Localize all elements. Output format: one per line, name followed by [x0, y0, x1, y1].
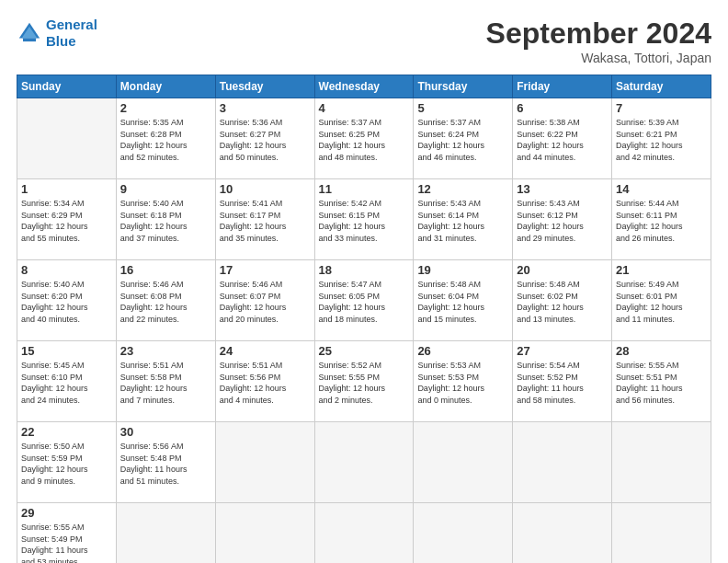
- col-friday: Friday: [513, 75, 612, 98]
- col-saturday: Saturday: [612, 75, 711, 98]
- empty-cell: [513, 422, 612, 503]
- logo-icon: [17, 20, 42, 46]
- empty-cell: [215, 422, 314, 503]
- header: General Blue September 2024 Wakasa, Tott…: [17, 17, 711, 65]
- calendar-row: 8Sunrise: 5:40 AMSunset: 6:20 PMDaylight…: [17, 260, 711, 341]
- table-row: 21Sunrise: 5:49 AMSunset: 6:01 PMDayligh…: [612, 260, 711, 341]
- table-row: 28Sunrise: 5:55 AMSunset: 5:51 PMDayligh…: [612, 341, 711, 422]
- table-row: 15Sunrise: 5:45 AMSunset: 6:10 PMDayligh…: [17, 341, 117, 422]
- table-row: 24Sunrise: 5:51 AMSunset: 5:56 PMDayligh…: [215, 341, 314, 422]
- table-row: 7Sunrise: 5:39 AMSunset: 6:21 PMDaylight…: [612, 98, 711, 179]
- table-row: 29Sunrise: 5:55 AMSunset: 5:49 PMDayligh…: [17, 503, 117, 564]
- table-row: 22Sunrise: 5:50 AMSunset: 5:59 PMDayligh…: [17, 422, 117, 503]
- logo-blue: Blue: [46, 33, 76, 49]
- svg-rect-2: [23, 39, 36, 42]
- title-block: September 2024 Wakasa, Tottori, Japan: [486, 17, 711, 65]
- empty-cell: [612, 422, 711, 503]
- table-row: 20Sunrise: 5:48 AMSunset: 6:02 PMDayligh…: [513, 260, 612, 341]
- calendar-row: 1Sunrise: 5:34 AMSunset: 6:29 PMDaylight…: [17, 179, 711, 260]
- table-row: 17Sunrise: 5:46 AMSunset: 6:07 PMDayligh…: [215, 260, 314, 341]
- empty-cell: [215, 503, 314, 564]
- table-row: 30Sunrise: 5:56 AMSunset: 5:48 PMDayligh…: [116, 422, 215, 503]
- logo-general: General: [46, 17, 97, 32]
- col-thursday: Thursday: [414, 75, 513, 98]
- month-title: September 2024: [486, 17, 711, 51]
- logo-text: General Blue: [46, 17, 97, 50]
- calendar-row: 15Sunrise: 5:45 AMSunset: 6:10 PMDayligh…: [17, 341, 711, 422]
- empty-cell: [17, 98, 117, 179]
- empty-cell: [314, 422, 414, 503]
- table-row: 3Sunrise: 5:36 AMSunset: 6:27 PMDaylight…: [215, 98, 314, 179]
- table-row: 23Sunrise: 5:51 AMSunset: 5:58 PMDayligh…: [116, 341, 215, 422]
- calendar-row: 29Sunrise: 5:55 AMSunset: 5:49 PMDayligh…: [17, 503, 711, 564]
- table-row: 2Sunrise: 5:35 AMSunset: 6:28 PMDaylight…: [116, 98, 215, 179]
- table-row: 11Sunrise: 5:42 AMSunset: 6:15 PMDayligh…: [314, 179, 414, 260]
- empty-cell: [612, 503, 711, 564]
- col-tuesday: Tuesday: [215, 75, 314, 98]
- table-row: 26Sunrise: 5:53 AMSunset: 5:53 PMDayligh…: [414, 341, 513, 422]
- calendar-table: Sunday Monday Tuesday Wednesday Thursday…: [17, 75, 711, 563]
- table-row: 27Sunrise: 5:54 AMSunset: 5:52 PMDayligh…: [513, 341, 612, 422]
- empty-cell: [414, 503, 513, 564]
- table-row: 6Sunrise: 5:38 AMSunset: 6:22 PMDaylight…: [513, 98, 612, 179]
- table-row: 9Sunrise: 5:40 AMSunset: 6:18 PMDaylight…: [116, 179, 215, 260]
- col-monday: Monday: [116, 75, 215, 98]
- col-wednesday: Wednesday: [314, 75, 414, 98]
- table-row: 5Sunrise: 5:37 AMSunset: 6:24 PMDaylight…: [414, 98, 513, 179]
- table-row: 19Sunrise: 5:48 AMSunset: 6:04 PMDayligh…: [414, 260, 513, 341]
- empty-cell: [116, 503, 215, 564]
- table-row: 13Sunrise: 5:43 AMSunset: 6:12 PMDayligh…: [513, 179, 612, 260]
- calendar-row: 22Sunrise: 5:50 AMSunset: 5:59 PMDayligh…: [17, 422, 711, 503]
- table-row: 1Sunrise: 5:34 AMSunset: 6:29 PMDaylight…: [17, 179, 117, 260]
- location: Wakasa, Tottori, Japan: [486, 51, 711, 65]
- empty-cell: [414, 422, 513, 503]
- col-sunday: Sunday: [17, 75, 117, 98]
- logo: General Blue: [17, 17, 97, 50]
- table-row: 12Sunrise: 5:43 AMSunset: 6:14 PMDayligh…: [414, 179, 513, 260]
- empty-cell: [513, 503, 612, 564]
- table-row: 18Sunrise: 5:47 AMSunset: 6:05 PMDayligh…: [314, 260, 414, 341]
- calendar-row: 2Sunrise: 5:35 AMSunset: 6:28 PMDaylight…: [17, 98, 711, 179]
- table-row: 25Sunrise: 5:52 AMSunset: 5:55 PMDayligh…: [314, 341, 414, 422]
- empty-cell: [314, 503, 414, 564]
- table-row: 14Sunrise: 5:44 AMSunset: 6:11 PMDayligh…: [612, 179, 711, 260]
- table-row: 10Sunrise: 5:41 AMSunset: 6:17 PMDayligh…: [215, 179, 314, 260]
- table-row: 8Sunrise: 5:40 AMSunset: 6:20 PMDaylight…: [17, 260, 117, 341]
- table-row: 16Sunrise: 5:46 AMSunset: 6:08 PMDayligh…: [116, 260, 215, 341]
- table-row: 4Sunrise: 5:37 AMSunset: 6:25 PMDaylight…: [314, 98, 414, 179]
- calendar-header-row: Sunday Monday Tuesday Wednesday Thursday…: [17, 75, 711, 98]
- page: General Blue September 2024 Wakasa, Tott…: [0, 0, 728, 563]
